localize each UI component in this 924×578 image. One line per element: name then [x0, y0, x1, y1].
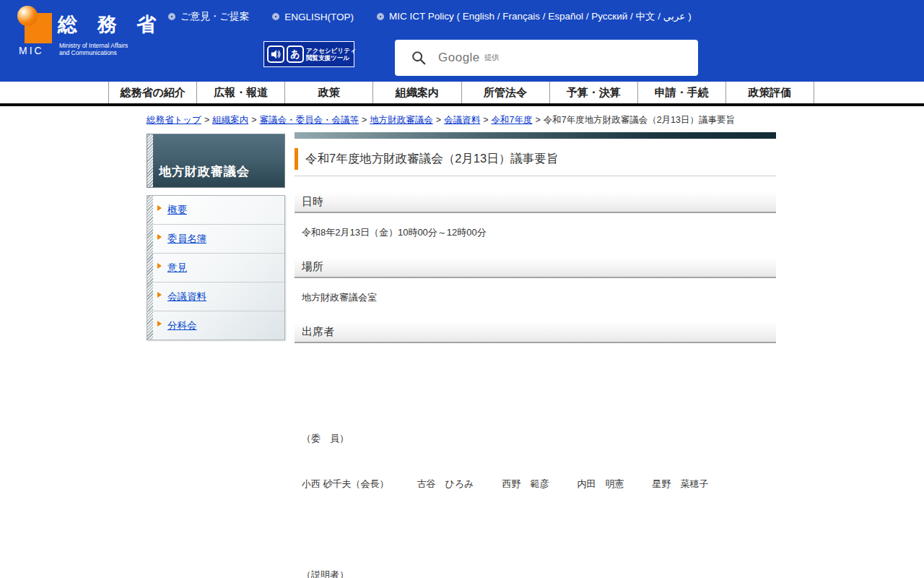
site-subtitle: Ministry of Internal Affairs and Communi…: [59, 42, 128, 56]
circle-bullet-icon: [272, 13, 279, 20]
accessibility-button-label: アクセシビリティ 閲覧支援ツール: [306, 47, 357, 61]
sidebar-item-opinions[interactable]: 意見: [147, 254, 284, 282]
nav-item-budget[interactable]: 予算・決算: [549, 82, 637, 103]
feedback-link-label: ご意見・ご提案: [180, 10, 249, 23]
content-top-bar: [295, 132, 776, 139]
sidebar-item-overview[interactable]: 概要: [147, 196, 284, 225]
mic-logo-acronym: MIC: [19, 45, 44, 56]
section-heading-place: 場所: [295, 256, 776, 278]
site-title: 総 務 省: [58, 12, 163, 38]
nav-item-press[interactable]: 広報・報道: [196, 82, 284, 103]
feedback-link[interactable]: ご意見・ご提案: [168, 10, 249, 23]
page-title: 令和7年度地方財政審議会（2月13日）議事要旨: [295, 148, 776, 170]
breadcrumb-link-council[interactable]: 地方財政審議会: [370, 115, 433, 125]
arrow-bullet-icon: [157, 234, 162, 240]
speaker-icon: [267, 46, 284, 63]
mic-logo[interactable]: MIC 総 務 省 Ministry of Internal Affairs a…: [16, 4, 160, 56]
search-suffix-label: 提供: [484, 53, 500, 63]
breadcrumb-current: 令和7年度地方財政審議会（2月13日）議事要旨: [544, 115, 735, 125]
place-value: 地方財政審議会室: [295, 278, 776, 306]
arrow-bullet-icon: [157, 292, 162, 298]
site-subtitle-line2: and Communications: [59, 49, 128, 56]
breadcrumb-link-councils[interactable]: 審議会・委員会・会議等: [260, 115, 359, 125]
global-nav: 総務省の紹介 広報・報道 政策 組織案内 所管法令 予算・決算 申請・手続 政策…: [0, 82, 924, 106]
accessibility-tool-button[interactable]: あ アクセシビリティ 閲覧支援ツール: [263, 41, 354, 67]
sidebar: 地方財政審議会 概要 委員名簿 意見 会議資料 分科会: [147, 134, 285, 340]
kana-icon: あ: [287, 46, 304, 63]
sidebar-menu: 概要 委員名簿 意見 会議資料 分科会: [147, 195, 285, 340]
section-heading-datetime: 日時: [295, 191, 776, 213]
circle-bullet-icon: [168, 13, 175, 20]
main-content: 令和7年度地方財政審議会（2月13日）議事要旨 日時 令和8年2月13日（金）1…: [295, 132, 776, 578]
english-top-link[interactable]: ENGLISH(TOP): [272, 12, 354, 22]
committee-members: 小西 砂千夫（会長） 古谷 ひろみ 西野 範彦 内田 明憲 星野 菜穂子: [302, 476, 776, 491]
breadcrumb-link-organization[interactable]: 組織案内: [212, 115, 248, 125]
arrow-bullet-icon: [157, 263, 162, 269]
arrow-bullet-icon: [157, 205, 162, 211]
attendees-body: （委 員） 小西 砂千夫（会長） 古谷 ひろみ 西野 範彦 内田 明憲 星野 菜…: [295, 343, 776, 578]
ict-policy-link[interactable]: MIC ICT Policy ( English / Français / Es…: [377, 10, 692, 23]
sidebar-title: 地方財政審議会: [159, 163, 250, 180]
site-subtitle-line1: Ministry of Internal Affairs: [59, 42, 128, 49]
breadcrumb-link-materials[interactable]: 会議資料: [444, 115, 480, 125]
search-brand-label: Google: [438, 51, 480, 65]
datetime-value: 令和8年2月13日（金）10時00分～12時00分: [295, 213, 776, 241]
section-heading-attendees: 出席者: [295, 322, 776, 343]
search-icon: [411, 50, 427, 66]
nav-item-policy[interactable]: 政策: [284, 82, 372, 103]
breadcrumb-link-home[interactable]: 総務省トップ: [147, 115, 201, 125]
hatch-stripe: [147, 134, 153, 187]
nav-item-application[interactable]: 申請・手続: [637, 82, 725, 103]
ict-policy-link-label: MIC ICT Policy ( English / Français / Es…: [389, 10, 692, 23]
nav-item-organization[interactable]: 組織案内: [372, 82, 461, 103]
header-links: ご意見・ご提案 ENGLISH(TOP) MIC ICT Policy ( En…: [168, 10, 692, 23]
site-header: MIC 総 務 省 Ministry of Internal Affairs a…: [0, 0, 924, 82]
english-top-link-label: ENGLISH(TOP): [284, 12, 354, 22]
title-divider: [295, 176, 776, 176]
search-input[interactable]: Google 提供: [395, 40, 698, 76]
mic-logo-sphere-icon: [17, 6, 38, 26]
breadcrumb: 総務省トップ>組織案内>審議会・委員会・会議等>地方財政審議会>会議資料>令和7…: [147, 114, 868, 126]
nav-item-evaluation[interactable]: 政策評価: [725, 82, 814, 103]
arrow-bullet-icon: [157, 321, 162, 327]
nav-item-about[interactable]: 総務省の紹介: [108, 82, 196, 103]
sidebar-item-members[interactable]: 委員名簿: [147, 225, 284, 254]
page: MIC 総 務 省 Ministry of Internal Affairs a…: [0, 0, 924, 578]
sidebar-item-subcommittee[interactable]: 分科会: [147, 311, 284, 340]
global-nav-items: 総務省の紹介 広報・報道 政策 組織案内 所管法令 予算・決算 申請・手続 政策…: [108, 82, 814, 103]
sidebar-item-materials[interactable]: 会議資料: [147, 282, 284, 311]
sidebar-header: 地方財政審議会: [147, 134, 285, 188]
circle-bullet-icon: [377, 13, 384, 20]
committee-label: （委 員）: [302, 431, 776, 446]
presenters-label: （説明者）: [302, 567, 776, 578]
nav-item-laws[interactable]: 所管法令: [461, 82, 549, 103]
breadcrumb-link-fy[interactable]: 令和7年度: [491, 115, 532, 125]
